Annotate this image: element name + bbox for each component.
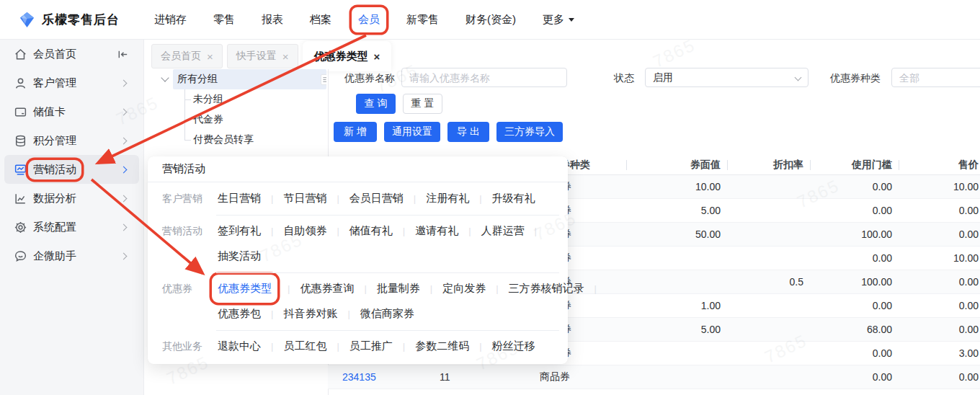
cell-price: 0.00 [899, 199, 980, 222]
mega-menu-item[interactable]: 定向发券 [420, 282, 486, 296]
cell-face-value [627, 365, 728, 389]
mega-menu-item[interactable]: 自助领券 [261, 224, 326, 238]
mega-menu-section: 客户营销 生日营销节日营销会员日营销注册有礼升级有礼 [148, 182, 568, 215]
group-tree: 所有分组 未分组 代金券 付费会员转享 [155, 69, 326, 150]
tree-root-all-groups[interactable]: 所有分组 [155, 69, 326, 89]
nav-menu-item[interactable]: 报表 [255, 7, 290, 32]
sidebar-item-wecom-assistant[interactable]: 企微助手 [4, 241, 139, 270]
mega-menu-item[interactable]: 注册有礼 [404, 192, 469, 205]
marketing-mega-menu: 营销活动 客户营销 生日营销节日营销会员日营销注册有礼升级有礼 营销活动 签到有… [148, 156, 568, 364]
nav-menu-item[interactable]: 会员 [352, 7, 386, 32]
chevron-down-icon[interactable] [161, 74, 169, 81]
tab-close-icon[interactable]: × [374, 50, 380, 63]
cell-threshold: 0.00 [811, 294, 899, 317]
table-row[interactable]: 234135 11 商品券 0.00 0.00 [328, 365, 980, 389]
nav-menu-item[interactable]: 财务(资金) [459, 7, 522, 32]
coupon-kind-input[interactable] [891, 68, 980, 87]
mega-menu-title: 营销活动 [148, 156, 568, 182]
add-button[interactable]: 新 增 [334, 122, 377, 142]
cell-discount-rate [728, 342, 811, 365]
cell-threshold: 100.00 [811, 223, 899, 246]
mega-menu-item[interactable]: 粉丝迁移 [469, 339, 535, 353]
coupon-name-input[interactable] [401, 68, 567, 87]
tree-node-label: 付费会员转享 [193, 133, 254, 146]
mega-menu-item[interactable]: 储值有礼 [326, 224, 392, 238]
general-settings-button[interactable]: 通用设置 [384, 122, 440, 142]
cell-threshold: 0.00 [811, 342, 899, 365]
sidebar-item-analytics[interactable]: 数据分析 [4, 184, 139, 213]
tree-node[interactable]: 未分组 [155, 89, 326, 110]
cell-discount-rate [728, 175, 811, 198]
status-select[interactable]: 启用 [645, 68, 808, 87]
mega-menu-item[interactable]: 会员日营销 [326, 192, 403, 205]
page-tab[interactable]: 快手设置 × [227, 44, 298, 68]
brand-name: 乐檬零售后台 [42, 12, 120, 28]
nav-menu-item[interactable]: 新零售 [400, 7, 445, 32]
mega-menu-item[interactable]: 抽奖活动 [218, 249, 261, 263]
cell-price: 0.00 [899, 294, 980, 317]
reset-button[interactable]: 重 置 [403, 94, 442, 114]
nav-menu-item[interactable]: 档案 [303, 7, 338, 32]
chevron-right-icon [120, 223, 128, 231]
mega-menu-item[interactable]: 退款中心 [218, 339, 261, 353]
cell-price: 0.00 [899, 365, 980, 389]
mega-menu-item[interactable]: 签到有礼 [218, 224, 261, 238]
mega-menu-item[interactable]: 优惠券类型 [212, 275, 277, 303]
tab-close-icon[interactable]: × [207, 50, 213, 63]
sidebar-item-customer[interactable]: 客户管理 [4, 68, 139, 97]
search-button[interactable]: 查 询 [356, 94, 396, 114]
cell-face-value: 5.00 [627, 318, 728, 341]
cell-threshold: 0.00 [811, 199, 899, 222]
nav-menu-item-label: 会员 [358, 13, 380, 27]
chevron-down-icon [569, 18, 574, 22]
mega-menu-item[interactable]: 升级有礼 [469, 192, 535, 205]
cell-discount-rate [728, 318, 811, 341]
sidebar-item-settings[interactable]: 系统配置 [4, 213, 139, 241]
nav-menu-item[interactable]: 更多 [536, 7, 581, 32]
mega-menu-item[interactable]: 参数二维码 [393, 339, 469, 353]
page-tab[interactable]: 优惠券类型 × [303, 41, 392, 71]
mega-menu-item[interactable]: 节日营销 [261, 192, 326, 205]
mega-menu-item[interactable]: 微信商家券 [337, 307, 414, 321]
chevron-right-icon [120, 108, 128, 115]
mega-menu-item[interactable]: 员工推广 [326, 339, 392, 353]
page-tab[interactable]: 会员首页 × [151, 44, 223, 68]
top-navbar: 乐檬零售后台 进销存 零售 报表 档案 会员 新零售 财务(资金) [0, 0, 980, 40]
sidebar-item-marketing[interactable]: 营销活动 [4, 155, 139, 184]
mega-menu-item[interactable]: 生日营销 [218, 192, 261, 205]
mega-menu-item[interactable]: 优惠券查询 [272, 282, 354, 296]
tab-close-icon[interactable]: × [282, 50, 289, 63]
tree-node[interactable]: 付费会员转享 [155, 130, 326, 150]
cell-face-value [627, 247, 728, 270]
marketing-icon [14, 163, 27, 177]
mega-menu-section-rows: 优惠券类型优惠券查询批量制券定向发券三方券核销记录 优惠券包抖音券对账微信商家券 [218, 279, 597, 324]
nav-menu-item[interactable]: 进销存 [148, 7, 193, 32]
cell-face-value: 10.00 [627, 175, 728, 198]
mega-menu-item[interactable]: 三方券核销记录 [486, 282, 584, 296]
mega-menu-item[interactable]: 抖音券对账 [261, 307, 337, 321]
chevron-right-icon [120, 195, 128, 202]
sidebar-item-member-home[interactable]: 会员首页 [4, 40, 139, 68]
mega-menu-item[interactable]: 邀请有礼 [393, 224, 458, 238]
tab-bar: 会员首页 × 快手设置 × 优惠券类型 × [151, 41, 391, 71]
cell-discount-rate [728, 199, 811, 222]
mega-menu-item[interactable]: 人群运营 [458, 224, 524, 238]
col-header-threshold: 使用门槛 [811, 155, 899, 174]
mega-menu-section-rows: 签到有礼自助领券储值有礼邀请有礼人群运营 抽奖活动 [218, 221, 568, 266]
mega-menu-item[interactable]: 批量制券 [354, 282, 419, 296]
export-button[interactable]: 导 出 [447, 122, 489, 142]
brand: 乐檬零售后台 [19, 0, 120, 40]
mega-menu-item[interactable]: 优惠券包 [218, 307, 261, 321]
sidebar-item-points[interactable]: 积分管理 [4, 126, 139, 155]
cell-code-link[interactable]: 234135 [328, 365, 422, 389]
mega-menu-item[interactable]: 员工红包 [261, 339, 326, 353]
tree-node[interactable]: 代金券 [155, 110, 326, 130]
collapse-tree-icon[interactable] [321, 74, 326, 85]
chevron-right-icon [120, 166, 128, 173]
sidebar-item-stored-card[interactable]: 储值卡 [4, 97, 139, 126]
cell-threshold: 0.00 [811, 247, 899, 270]
status-select-value: 启用 [653, 71, 673, 84]
nav-menu-item[interactable]: 零售 [207, 7, 241, 32]
collapse-sidebar-icon[interactable] [117, 48, 129, 61]
third-party-import-button[interactable]: 三方券导入 [496, 122, 563, 142]
